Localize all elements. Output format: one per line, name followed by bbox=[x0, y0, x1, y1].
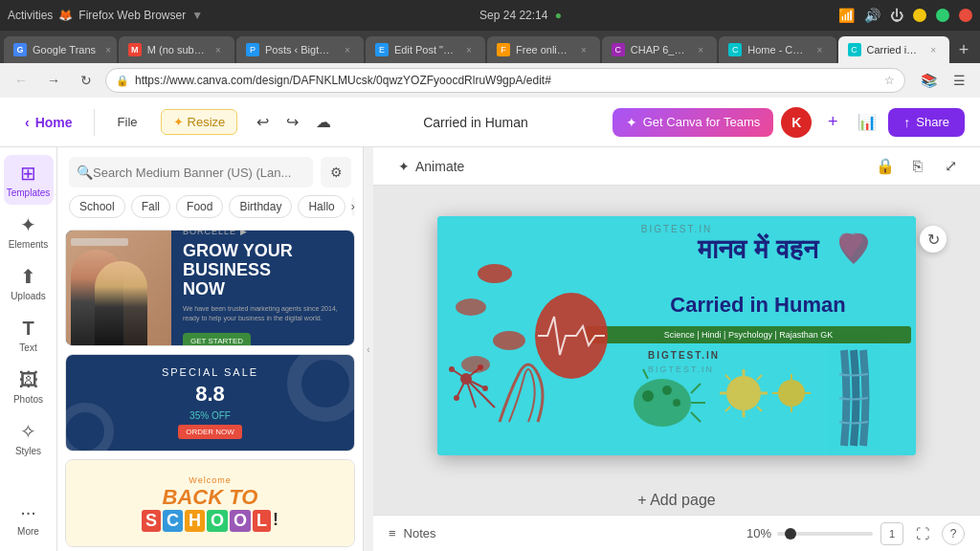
lock-design-button[interactable]: 🔒 bbox=[871, 152, 900, 181]
template-sale-number: 8.8 bbox=[195, 382, 225, 407]
template-headline: GROW YOUR BUSINESS NOW bbox=[183, 242, 343, 298]
sidebar-item-text[interactable]: T Text bbox=[4, 310, 54, 360]
toolbar-right: ✦ Get Canva for Teams K + 📊 ↑ Share bbox=[612, 107, 965, 138]
bookmarks-button[interactable]: 📚 bbox=[915, 67, 942, 94]
design-canvas[interactable]: मानव में वहन Carried in Human Science | … bbox=[437, 216, 916, 455]
bookmark-icon[interactable]: ☆ bbox=[884, 74, 895, 87]
fullscreen-button[interactable]: ⛶ bbox=[911, 522, 934, 545]
tab-close-icon[interactable]: × bbox=[813, 43, 827, 56]
forward-button[interactable]: → bbox=[40, 67, 67, 94]
resize-button[interactable]: ✦ Resize bbox=[161, 109, 238, 135]
copy-design-button[interactable]: ⎘ bbox=[903, 152, 932, 181]
expand-design-button[interactable]: ⤢ bbox=[936, 152, 965, 181]
navigation-bar: ← → ↻ 🔒 https://www.canva.com/design/DAF… bbox=[0, 63, 980, 98]
tab-edit-post[interactable]: E Edit Post "मानव" × bbox=[366, 36, 485, 63]
address-bar[interactable]: 🔒 https://www.canva.com/design/DAFNKLMUc… bbox=[105, 68, 905, 93]
canvas-subject-banner: Science | Hindi | Psychology | Rajasthan… bbox=[586, 326, 911, 343]
tab-home-canva[interactable]: C Home - Canva × bbox=[719, 36, 835, 63]
panel-collapse-handle[interactable]: ‹ bbox=[364, 147, 373, 551]
chip-food[interactable]: Food bbox=[176, 195, 223, 218]
share-button[interactable]: ↑ Share bbox=[888, 108, 965, 137]
tab-close-icon[interactable]: × bbox=[926, 43, 940, 56]
animate-icon: ✦ bbox=[398, 159, 410, 174]
undo-redo-group: ↩ ↪ ☁ bbox=[249, 109, 339, 135]
chip-fall[interactable]: Fall bbox=[131, 195, 170, 218]
tab-close-icon[interactable]: × bbox=[462, 43, 476, 56]
chip-birthday[interactable]: Birthday bbox=[229, 195, 292, 218]
zoom-percent[interactable]: 10% bbox=[746, 526, 771, 540]
template-card-preview: BORCELLE ▶ GROW YOUR BUSINESS NOW We hav… bbox=[66, 231, 354, 345]
user-avatar[interactable]: K bbox=[781, 107, 812, 138]
canvas-scroll-area[interactable]: मानव में वहन Carried in Human Science | … bbox=[373, 186, 980, 486]
tab-posts-bigtest[interactable]: P Posts ‹ Bigtest.in × bbox=[236, 36, 364, 63]
chips-scroll-right[interactable]: › bbox=[351, 196, 355, 217]
animate-button[interactable]: ✦ Animate bbox=[389, 154, 474, 179]
category-chips: School Fall Food Birthday Hallo › bbox=[57, 195, 363, 226]
new-tab-button[interactable]: + bbox=[951, 36, 976, 63]
help-button[interactable]: ? bbox=[942, 522, 965, 545]
template-text-area: BORCELLE ▶ GROW YOUR BUSINESS NOW We hav… bbox=[171, 231, 354, 345]
sidebar-item-uploads[interactable]: ⬆ Uploads bbox=[4, 258, 54, 308]
get-canva-label: Get Canva for Teams bbox=[643, 115, 761, 129]
redo-button[interactable]: ↪ bbox=[278, 109, 306, 135]
tab-close-icon[interactable]: × bbox=[101, 43, 115, 56]
undo-button[interactable]: ↩ bbox=[249, 109, 277, 135]
notes-label[interactable]: Notes bbox=[404, 526, 436, 540]
activities-label[interactable]: Activities bbox=[8, 9, 53, 22]
template-photo-area bbox=[66, 231, 171, 345]
template-88-sale[interactable]: SPECIAL SALE 8.8 35% OFF ORDER NOW bbox=[65, 354, 355, 452]
back-button[interactable]: ← bbox=[8, 67, 34, 94]
tab-close-icon[interactable]: × bbox=[341, 43, 354, 56]
tab-no-subject[interactable]: M M (no subject) × bbox=[119, 36, 234, 63]
close-button[interactable] bbox=[959, 9, 972, 22]
cloud-save-button[interactable]: ☁ bbox=[308, 109, 339, 135]
browser-name: Firefox Web Browser bbox=[78, 9, 186, 22]
chevron-left-icon: ‹ bbox=[25, 115, 30, 130]
sidebar-item-photos[interactable]: 🖼 Photos bbox=[4, 362, 54, 411]
template-back-to-school[interactable]: Welcome BACK TO S C H O O L ! bbox=[65, 459, 355, 547]
canva-home-button[interactable]: ‹ Home bbox=[15, 109, 82, 136]
chip-school[interactable]: School bbox=[69, 195, 125, 218]
tab-free-online[interactable]: F Free online H × bbox=[487, 36, 600, 63]
lock-icon: 🔒 bbox=[116, 75, 129, 87]
tab-carried-in[interactable]: C Carried in Hu × bbox=[838, 36, 950, 63]
template-order-btn: ORDER NOW bbox=[178, 425, 242, 439]
filter-icon: ⚙ bbox=[330, 165, 343, 180]
plus-button[interactable]: + bbox=[819, 109, 846, 136]
file-button[interactable]: File bbox=[106, 109, 149, 135]
zoom-thumb[interactable] bbox=[785, 528, 796, 540]
filter-button[interactable]: ⚙ bbox=[321, 157, 351, 187]
analytics-button[interactable]: 📊 bbox=[854, 109, 880, 136]
tab-close-icon[interactable]: × bbox=[577, 43, 590, 56]
template-grow-business[interactable]: BORCELLE ▶ GROW YOUR BUSINESS NOW We hav… bbox=[65, 230, 355, 346]
sidebar-item-templates[interactable]: ⊞ Templates bbox=[4, 155, 54, 205]
minimize-button[interactable] bbox=[913, 9, 926, 22]
tab-google-trans[interactable]: G Google Trans × bbox=[4, 36, 117, 63]
maximize-button[interactable] bbox=[936, 9, 949, 22]
tab-close-icon[interactable]: × bbox=[694, 43, 707, 56]
get-canva-button[interactable]: ✦ Get Canva for Teams bbox=[612, 108, 774, 137]
refresh-button[interactable]: ↻ bbox=[73, 67, 100, 94]
menu-button[interactable]: ☰ bbox=[946, 67, 972, 94]
canvas-refresh-button[interactable]: ↻ bbox=[920, 226, 947, 253]
search-input-wrap[interactable]: 🔍 bbox=[69, 157, 313, 187]
canvas-watermark: BIGTEST.IN bbox=[641, 224, 712, 234]
template-cta: GET STARTED bbox=[183, 333, 251, 345]
template-special-sale-label: SPECIAL SALE bbox=[162, 366, 258, 378]
canvas-toolbar-icons: 🔒 ⎘ ⤢ bbox=[871, 152, 965, 181]
template-88-preview: SPECIAL SALE 8.8 35% OFF ORDER NOW bbox=[66, 355, 354, 451]
search-input[interactable] bbox=[93, 165, 305, 180]
add-page-button[interactable]: + Add page bbox=[637, 492, 715, 509]
template-school-text: S C H O O L ! bbox=[142, 510, 278, 532]
sidebar-item-more[interactable]: ··· More bbox=[4, 494, 54, 543]
templates-icon: ⊞ bbox=[20, 162, 36, 185]
canvas-toolbar: ✦ Animate 🔒 ⎘ ⤢ bbox=[373, 147, 980, 186]
sidebar-item-styles[interactable]: ✧ Styles bbox=[4, 413, 54, 463]
chip-halloween[interactable]: Hallo bbox=[298, 195, 345, 218]
zoom-track[interactable] bbox=[777, 532, 873, 536]
tab-chap6[interactable]: C CHAP 6_H.pn × bbox=[602, 36, 717, 63]
notes-left: ≡ Notes bbox=[389, 526, 436, 540]
canvas-english-subtitle: Carried in Human bbox=[610, 293, 906, 318]
sidebar-item-elements[interactable]: ✦ Elements bbox=[4, 207, 54, 256]
tab-close-icon[interactable]: × bbox=[212, 43, 225, 56]
